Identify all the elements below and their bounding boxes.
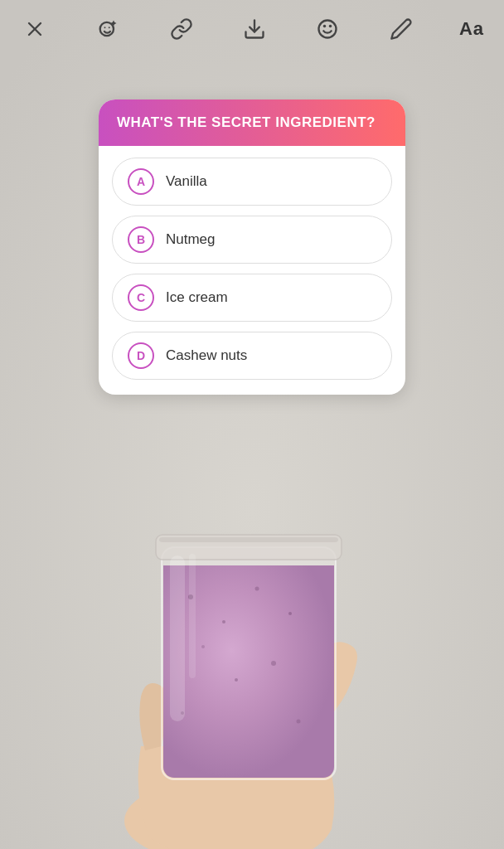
toolbar: Aa — [0, 0, 504, 58]
svg-point-22 — [109, 27, 110, 28]
poll-header: WHAT'S THE SECRET INGREDIENT? — [99, 99, 405, 146]
download-icon — [243, 17, 266, 41]
link-button[interactable] — [167, 14, 196, 44]
svg-point-10 — [271, 661, 276, 666]
option-text-b: Nutmeg — [166, 231, 216, 248]
poll-option-d[interactable]: D Cashew nuts — [112, 332, 392, 380]
svg-point-24 — [319, 21, 337, 38]
poll-question: WHAT'S THE SECRET INGREDIENT? — [117, 114, 387, 131]
poll-widget: WHAT'S THE SECRET INGREDIENT? A Vanilla … — [99, 99, 405, 395]
sticker-icon — [316, 17, 339, 41]
svg-point-9 — [201, 645, 205, 648]
svg-point-7 — [255, 587, 259, 591]
option-text-c: Ice cream — [166, 289, 228, 306]
text-size-button[interactable]: Aa — [459, 18, 484, 40]
poll-option-b[interactable]: B Nutmeg — [112, 216, 392, 264]
svg-point-6 — [222, 620, 225, 623]
option-letter-c: C — [128, 284, 154, 311]
svg-rect-16 — [170, 555, 185, 721]
svg-point-11 — [235, 678, 238, 682]
link-icon — [170, 17, 193, 41]
option-letter-d: D — [128, 342, 154, 369]
emoji-button[interactable] — [93, 14, 123, 44]
poll-option-c[interactable]: C Ice cream — [112, 274, 392, 322]
svg-point-8 — [288, 612, 292, 615]
option-letter-a: A — [128, 168, 154, 195]
option-text-d: Cashew nuts — [166, 347, 247, 364]
download-button[interactable] — [240, 14, 269, 44]
poll-options: A Vanilla B Nutmeg C Ice cream D Cashew … — [99, 146, 405, 395]
svg-point-21 — [104, 27, 106, 28]
sticker-button[interactable] — [313, 14, 342, 44]
svg-rect-17 — [189, 554, 196, 678]
pencil-button[interactable] — [386, 14, 416, 44]
poll-option-a[interactable]: A Vanilla — [112, 158, 392, 206]
pencil-icon — [390, 17, 413, 41]
close-icon — [23, 17, 46, 41]
svg-point-12 — [297, 720, 301, 724]
option-letter-b: B — [128, 226, 154, 253]
option-text-a: Vanilla — [166, 173, 207, 190]
emoji-sparkle-icon — [96, 17, 119, 41]
svg-rect-15 — [159, 537, 338, 542]
close-button[interactable] — [20, 14, 50, 44]
